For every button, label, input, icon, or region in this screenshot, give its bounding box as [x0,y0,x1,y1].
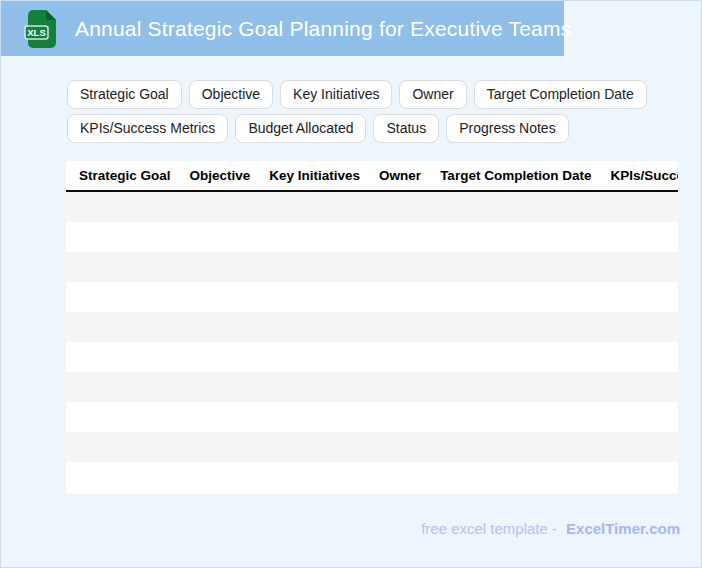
table-row [66,402,678,432]
column-chip[interactable]: Target Completion Date [474,80,647,109]
footer-text: free excel template - [421,520,557,537]
table-row [66,282,678,312]
footer-brand-link[interactable]: ExcelTimer.com [566,520,680,537]
column-header: Target Completion Date [440,168,591,183]
column-chip[interactable]: Progress Notes [446,114,568,143]
table-row [66,342,678,372]
xls-file-icon: XLS [24,9,58,49]
column-header: Owner [379,168,421,183]
table-row [66,462,678,492]
column-chip[interactable]: Objective [189,80,273,109]
column-header: Objective [190,168,251,183]
chip-row: KPIs/Success MetricsBudget AllocatedStat… [67,114,647,143]
column-chip[interactable]: Budget Allocated [235,114,366,143]
template-preview-page: XLS Annual Strategic Goal Planning for E… [0,0,702,568]
table-body [66,192,678,492]
table-row [66,222,678,252]
column-header: KPIs/Success Metrics [610,168,678,183]
column-chips: Strategic GoalObjectiveKey InitiativesOw… [67,80,647,143]
table-row [66,252,678,282]
column-chip[interactable]: Key Initiatives [280,80,392,109]
column-chip[interactable]: KPIs/Success Metrics [67,114,228,143]
column-chip[interactable]: Strategic Goal [67,80,182,109]
table-row [66,372,678,402]
table-row [66,432,678,462]
page-title: Annual Strategic Goal Planning for Execu… [75,18,571,39]
header-bar: XLS Annual Strategic Goal Planning for E… [1,1,564,56]
table-header-row: Strategic GoalObjectiveKey InitiativesOw… [66,161,678,192]
footer: free excel template -ExcelTimer.com [421,519,680,539]
column-chip[interactable]: Status [373,114,439,143]
table-row [66,312,678,342]
column-header: Strategic Goal [79,168,171,183]
table-row [66,192,678,222]
chip-row: Strategic GoalObjectiveKey InitiativesOw… [67,80,647,109]
spreadsheet-preview: Strategic GoalObjectiveKey InitiativesOw… [66,161,678,494]
column-chip[interactable]: Owner [399,80,466,109]
column-header: Key Initiatives [269,168,360,183]
xls-badge-text: XLS [27,27,45,38]
